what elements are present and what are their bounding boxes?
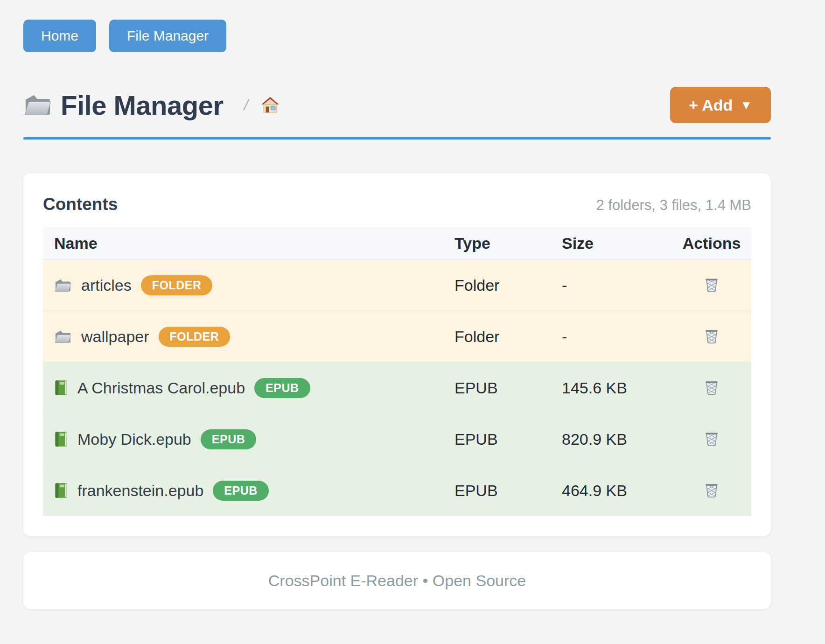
type-badge: EPUB xyxy=(201,429,256,449)
trash-icon xyxy=(703,378,720,396)
file-name: wallpaper xyxy=(81,328,149,346)
column-header-actions: Actions xyxy=(672,234,751,252)
chevron-down-icon: ▼ xyxy=(740,99,752,111)
folder-icon xyxy=(23,92,52,118)
file-table: Name Type Size Actions articles FOLDER F… xyxy=(43,227,751,516)
type-badge: FOLDER xyxy=(141,275,213,295)
book-icon xyxy=(54,380,68,396)
file-size: 820.9 KB xyxy=(551,430,672,448)
delete-button[interactable] xyxy=(700,324,723,348)
file-name-cell[interactable]: Moby Dick.epub EPUB xyxy=(43,429,443,449)
footer-text: CrossPoint E-Reader • Open Source xyxy=(268,572,526,590)
add-button-label: + Add xyxy=(689,97,733,113)
delete-button[interactable] xyxy=(700,427,723,450)
file-name-cell[interactable]: A Christmas Carol.epub EPUB xyxy=(43,378,443,398)
table-row[interactable]: A Christmas Carol.epub EPUB EPUB 145.6 K… xyxy=(43,362,751,413)
folder-icon xyxy=(54,329,72,344)
trash-icon xyxy=(703,327,720,345)
folder-icon xyxy=(54,278,72,293)
trash-icon xyxy=(703,481,720,499)
page-header: File Manager / + Add ▼ xyxy=(23,87,771,123)
delete-button[interactable] xyxy=(700,478,723,502)
delete-button[interactable] xyxy=(700,273,723,296)
file-name-cell[interactable]: articles FOLDER xyxy=(43,275,443,295)
type-badge: EPUB xyxy=(254,378,310,398)
file-size: 145.6 KB xyxy=(551,379,672,397)
book-icon xyxy=(54,431,68,447)
book-icon xyxy=(54,483,68,498)
table-header: Name Type Size Actions xyxy=(43,227,751,259)
file-name: frankenstein.epub xyxy=(77,482,203,500)
nav-home-button[interactable]: Home xyxy=(23,20,96,52)
nav-file-manager-button[interactable]: File Manager xyxy=(109,20,226,52)
column-header-size: Size xyxy=(551,234,672,252)
title-divider xyxy=(23,137,771,140)
table-row[interactable]: Moby Dick.epub EPUB EPUB 820.9 KB xyxy=(43,413,751,464)
page: Home File Manager File Manager / + Add ▼… xyxy=(23,0,771,609)
file-name: articles xyxy=(81,276,132,294)
page-title: File Manager xyxy=(61,90,224,121)
column-header-type: Type xyxy=(443,234,551,252)
top-nav: Home File Manager xyxy=(23,20,771,52)
trash-icon xyxy=(703,276,720,294)
file-type: EPUB xyxy=(443,430,551,448)
file-size: - xyxy=(551,276,672,294)
delete-button[interactable] xyxy=(700,376,723,399)
column-header-name: Name xyxy=(43,234,443,252)
contents-summary: 2 folders, 3 files, 1.4 MB xyxy=(596,197,751,214)
type-badge: FOLDER xyxy=(159,327,231,347)
panel-title: Contents xyxy=(43,195,118,214)
file-size: 464.9 KB xyxy=(551,482,672,500)
table-row[interactable]: articles FOLDER Folder - xyxy=(43,259,751,310)
file-name: A Christmas Carol.epub xyxy=(77,379,245,397)
home-icon[interactable] xyxy=(261,96,280,114)
file-type: EPUB xyxy=(443,482,551,500)
file-size: - xyxy=(551,328,672,346)
add-button[interactable]: + Add ▼ xyxy=(670,87,771,123)
file-type: EPUB xyxy=(443,379,551,397)
file-name-cell[interactable]: frankenstein.epub EPUB xyxy=(43,481,443,501)
file-name-cell[interactable]: wallpaper FOLDER xyxy=(43,327,443,347)
breadcrumb-separator: / xyxy=(242,97,250,114)
file-name: Moby Dick.epub xyxy=(77,430,191,448)
trash-icon xyxy=(703,430,720,448)
contents-panel: Contents 2 folders, 3 files, 1.4 MB Name… xyxy=(23,173,771,536)
footer: CrossPoint E-Reader • Open Source xyxy=(23,552,771,609)
table-body: articles FOLDER Folder - wallpaper FOLDE… xyxy=(43,259,751,516)
table-row[interactable]: wallpaper FOLDER Folder - xyxy=(43,310,751,362)
table-row[interactable]: frankenstein.epub EPUB EPUB 464.9 KB xyxy=(43,464,751,516)
file-type: Folder xyxy=(443,328,551,346)
file-type: Folder xyxy=(443,276,551,294)
type-badge: EPUB xyxy=(213,481,268,501)
